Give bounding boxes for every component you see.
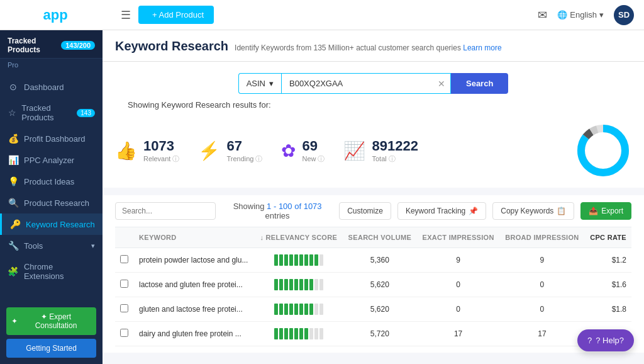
relevant-value: 1073 xyxy=(143,138,179,154)
trending-value: 67 xyxy=(226,138,262,154)
table-row: protein powder lactose and glu...5,36099… xyxy=(115,248,631,273)
tracked-products-header: Tracked Products 143/200 xyxy=(0,30,103,59)
cell-broad-impression: 17 xyxy=(499,322,584,346)
keyword-icon: 🔑 xyxy=(9,219,21,229)
showing-row: Showing Keyword Research results for: xyxy=(115,100,631,116)
trending-label: Trending ⓘ xyxy=(226,154,262,164)
cell-relevancy xyxy=(255,322,343,346)
export-button[interactable]: 📤 Export xyxy=(580,202,631,220)
row-checkbox[interactable] xyxy=(120,304,128,312)
page-title: Keyword Research xyxy=(115,39,228,54)
copy-icon: 📋 xyxy=(557,207,566,215)
th-relevancy: ↓ RELEVANCY SCORE xyxy=(255,227,343,248)
info-icon[interactable]: ⓘ xyxy=(172,154,179,164)
table-controls: Showing 1 - 100 of 1073 entries Customiz… xyxy=(115,195,631,227)
content-header: Keyword Research Identify Keywords from … xyxy=(103,30,644,62)
clear-icon[interactable]: ✕ xyxy=(438,79,445,89)
table-section: Showing 1 - 100 of 1073 entries Customiz… xyxy=(103,195,644,353)
trending-icon: ⚡ xyxy=(198,140,220,161)
search-bar: ASIN ▾ ✕ Search xyxy=(115,73,631,94)
customize-button[interactable]: Customize xyxy=(339,202,391,220)
entries-count: Showing 1 - 100 of 1073 entries xyxy=(222,202,333,220)
table-row: dairy and gluten free protein ...5,72017… xyxy=(115,322,631,346)
cell-search-volume: 5,360 xyxy=(343,248,417,273)
sidebar-item-label: Tracked Products xyxy=(21,103,72,122)
info-icon[interactable]: ⓘ xyxy=(318,154,325,164)
info-icon[interactable]: ⓘ xyxy=(255,154,262,164)
stat-relevant: 👍 1073 Relevant ⓘ xyxy=(115,138,179,164)
th-checkbox xyxy=(115,227,134,248)
sidebar-item-label: Dashboard xyxy=(24,82,64,92)
new-label: New ⓘ xyxy=(302,154,325,164)
tracked-icon: ☆ xyxy=(8,108,16,118)
sidebar: Tracked Products 143/200 Pro ⊙ Dashboard… xyxy=(0,30,103,364)
expert-consultation-button[interactable]: ✦ ✦ Expert Consultation xyxy=(6,307,96,335)
avatar[interactable]: SD xyxy=(614,5,634,25)
research-icon: 🔍 xyxy=(8,198,19,208)
sidebar-item-tools[interactable]: 🔧 Tools ▾ xyxy=(0,235,103,256)
cell-keyword: lactose and gluten free protei... xyxy=(134,273,255,297)
sidebar-item-keyword-research[interactable]: 🔑 Keyword Research xyxy=(0,213,103,235)
new-icon: ✿ xyxy=(281,140,296,161)
sidebar-item-chrome-extensions[interactable]: 🧩 Chrome Extensions xyxy=(0,256,103,287)
sidebar-item-tracked-products[interactable]: ☆ Tracked Products 143 xyxy=(0,98,103,128)
copy-keywords-button[interactable]: Copy Keywords 📋 xyxy=(492,202,574,220)
search-input[interactable] xyxy=(287,74,438,93)
cell-exact-impression: 0 xyxy=(417,273,500,297)
sidebar-item-label: Product Research xyxy=(24,198,89,208)
hamburger-icon[interactable]: ☰ xyxy=(121,8,131,22)
sidebar-item-ppc-analyzer[interactable]: 📊 PPC Analyzer xyxy=(0,149,103,171)
sidebar-item-label: Tools xyxy=(24,241,43,251)
sidebar-item-product-research[interactable]: 🔍 Product Research xyxy=(0,192,103,213)
thumbs-up-icon: 👍 xyxy=(115,140,137,161)
sidebar-item-product-ideas[interactable]: 💡 Product Ideas xyxy=(0,171,103,192)
cell-cpc: $1.6 xyxy=(584,273,631,297)
row-checkbox[interactable] xyxy=(120,255,128,263)
cell-relevancy xyxy=(255,273,343,297)
stat-total: 📈 891222 Total ⓘ xyxy=(343,138,418,164)
logo-seller: seller xyxy=(10,7,43,23)
table-row: lactose and gluten free protei...5,62000… xyxy=(115,273,631,297)
cell-search-volume: 5,720 xyxy=(343,322,417,346)
search-type-dropdown[interactable]: ASIN ▾ xyxy=(238,73,281,94)
cell-keyword: dairy and gluten free protein ... xyxy=(134,322,255,346)
ideas-icon: 💡 xyxy=(8,176,19,186)
dashboard-icon: ⊙ xyxy=(8,82,19,92)
cell-broad-impression: 9 xyxy=(499,248,584,273)
sidebar-item-profit-dashboard[interactable]: 💰 Profit Dashboard xyxy=(0,128,103,149)
add-product-button[interactable]: + Add Product xyxy=(138,6,214,24)
th-cpc: CPC RATE xyxy=(584,227,631,248)
pro-label: Pro xyxy=(0,59,103,72)
table-search-input[interactable] xyxy=(115,202,216,220)
sidebar-item-label: Product Ideas xyxy=(24,177,74,186)
th-search-volume: SEARCH VOLUME xyxy=(343,227,417,248)
learn-more-link[interactable]: Learn more xyxy=(463,43,501,52)
total-icon: 📈 xyxy=(343,140,365,161)
search-button[interactable]: Search xyxy=(451,73,508,94)
getting-started-button[interactable]: Getting Started xyxy=(6,339,96,358)
table-body: protein powder lactose and glu...5,36099… xyxy=(115,248,631,346)
help-button[interactable]: ? ? Help? xyxy=(577,329,634,351)
row-checkbox[interactable] xyxy=(120,329,128,337)
sidebar-item-dashboard[interactable]: ⊙ Dashboard xyxy=(0,76,103,98)
cell-search-volume: 5,620 xyxy=(343,297,417,322)
content-area: Keyword Research Identify Keywords from … xyxy=(103,30,644,364)
ppc-icon: 📊 xyxy=(8,155,19,165)
language-selector[interactable]: 🌐 English ▾ xyxy=(557,10,604,20)
cell-exact-impression: 0 xyxy=(417,297,500,322)
logo-app: app xyxy=(43,7,68,23)
stats-row: 👍 1073 Relevant ⓘ ⚡ 67 Trending ⓘ xyxy=(103,116,644,188)
keyword-tracking-button[interactable]: Keyword Tracking 📌 xyxy=(397,202,486,220)
search-input-wrap: ✕ xyxy=(281,73,451,94)
cell-relevancy xyxy=(255,248,343,273)
info-icon[interactable]: ⓘ xyxy=(389,154,396,164)
sidebar-item-label: Keyword Research xyxy=(26,220,95,229)
stat-new: ✿ 69 New ⓘ xyxy=(281,138,325,164)
topbar: sellerapp ☰ + Add Product ✉ 🌐 English ▾ … xyxy=(0,0,644,30)
row-checkbox[interactable] xyxy=(120,280,128,288)
topbar-right: ✉ 🌐 English ▾ SD xyxy=(538,5,634,25)
mail-icon[interactable]: ✉ xyxy=(538,8,547,22)
cell-keyword: gluten and lactose free protei... xyxy=(134,297,255,322)
cell-relevancy xyxy=(255,297,343,322)
tracked-products-label: Tracked Products xyxy=(8,37,61,54)
